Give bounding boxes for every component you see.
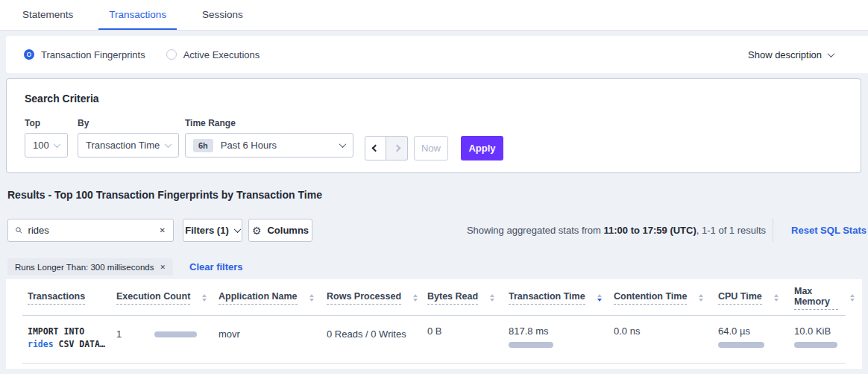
sort-icon-active-desc[interactable] [597, 294, 602, 302]
time-next-button[interactable] [386, 136, 408, 160]
show-description-toggle[interactable]: Show description [748, 49, 850, 60]
application-name-value: movr [218, 325, 327, 340]
chevron-down-icon [339, 140, 347, 148]
results-toolbar: ✕ Filters (1) ⚙ Columns Showing aggregat… [7, 219, 868, 242]
columns-button[interactable]: ⚙ Columns [248, 219, 312, 242]
sort-icon[interactable] [202, 294, 207, 302]
top-select[interactable]: 100 [25, 133, 68, 158]
time-range-value: Past 6 Hours [221, 140, 277, 151]
stats-range: 11:00 to 17:59 (UTC) [604, 225, 696, 236]
results-heading: Results - Top 100 Transaction Fingerprin… [7, 189, 322, 201]
column-header-bytes-read: Bytes Read [427, 291, 509, 305]
filters-label: Filters (1) [185, 225, 229, 236]
radio-label: Transaction Fingerprints [41, 49, 145, 60]
cell-application-name: movr [218, 325, 327, 340]
table-row: IMPORT INTO rides CSV DATA… 1 movr 0 Rea… [6, 316, 862, 364]
time-range-select[interactable]: 6h Past 6 Hours [185, 133, 353, 158]
chevron-right-icon [393, 145, 400, 152]
cell-execution-count: 1 [116, 325, 218, 340]
cell-rows-processed: 0 Reads / 0 Writes [327, 325, 427, 340]
column-header-transactions: Transactions [28, 291, 116, 305]
show-description-label: Show description [748, 49, 822, 60]
column-header-label[interactable]: Application Name [218, 291, 298, 305]
sql-rest: CSV DATA… [54, 339, 105, 349]
column-header-label[interactable]: Contention Time [614, 291, 687, 305]
by-label: By [78, 118, 179, 128]
search-input[interactable] [28, 225, 160, 236]
apply-button[interactable]: Apply [461, 136, 503, 160]
cell-cpu-time: 64.0 µs [718, 325, 794, 348]
sort-icon[interactable] [309, 294, 314, 302]
top-select-value: 100 [33, 140, 49, 151]
clear-search-icon[interactable]: ✕ [160, 226, 166, 234]
sort-icon[interactable] [699, 294, 703, 302]
column-header-label[interactable]: Rows Processed [327, 291, 401, 305]
now-button[interactable]: Now [414, 136, 448, 160]
radio-selected-icon[interactable] [24, 49, 34, 60]
cell-max-memory: 10.0 KiB [794, 325, 855, 348]
radio-transaction-fingerprints[interactable]: Transaction Fingerprints [24, 49, 145, 60]
stats-prefix: Showing aggregated stats from [467, 225, 604, 236]
results-search-box[interactable]: ✕ [7, 219, 174, 242]
filter-chip[interactable]: Runs Longer Than: 300 milliseconds ✕ [7, 258, 173, 275]
rows-processed-value: 0 Reads / 0 Writes [327, 325, 427, 340]
transaction-fingerprint-link[interactable]: IMPORT INTO rides CSV DATA… [28, 325, 116, 351]
divider [773, 219, 773, 242]
stats-suffix: , 1-1 of 1 results [696, 225, 766, 236]
cell-transaction-time: 817.8 ms [509, 325, 614, 348]
column-header-label[interactable]: Bytes Read [427, 291, 478, 305]
cpu-time-bar [718, 342, 764, 348]
column-header-label[interactable]: Max Memory [794, 286, 838, 310]
top-label: Top [25, 118, 68, 128]
aggregated-stats-text: Showing aggregated stats from 11:00 to 1… [467, 225, 766, 236]
column-header-label[interactable]: Transaction Time [509, 291, 585, 305]
column-header-label[interactable]: CPU Time [718, 291, 762, 305]
results-table: Transactions Execution Count Application… [6, 279, 862, 369]
transaction-time-value: 817.8 ms [509, 325, 614, 337]
column-header-application-name: Application Name [218, 291, 327, 305]
sort-icon[interactable] [774, 294, 779, 302]
view-toggle-bar: Transaction Fingerprints Active Executio… [6, 36, 868, 73]
search-criteria-panel: Search Criteria Top 100 By Transaction T… [6, 78, 861, 173]
search-criteria-title: Search Criteria [25, 93, 843, 105]
chevron-down-icon [233, 225, 241, 233]
by-select[interactable]: Transaction Time [78, 133, 179, 158]
sort-icon[interactable] [850, 294, 855, 302]
sort-icon[interactable] [490, 294, 494, 302]
tab-statements[interactable]: Statements [12, 0, 84, 30]
column-header-execution-count: Execution Count [116, 291, 218, 305]
remove-filter-icon[interactable]: ✕ [160, 264, 166, 271]
max-memory-value: 10.0 KiB [794, 325, 855, 337]
by-select-value: Transaction Time [86, 140, 160, 151]
execution-count-bar [154, 331, 197, 337]
radio-unselected-icon[interactable] [166, 49, 177, 60]
filter-chip-label: Runs Longer Than: 300 milliseconds [15, 263, 154, 272]
column-header-label[interactable]: Execution Count [116, 291, 190, 305]
columns-label: Columns [267, 225, 309, 236]
sql-search-match: rides [28, 339, 54, 349]
column-header-contention-time: Contention Time [614, 291, 718, 305]
max-memory-bar [794, 342, 837, 348]
column-header-cpu-time: CPU Time [718, 291, 794, 305]
time-range-field: Time Range 6h Past 6 Hours [185, 118, 353, 158]
filters-button[interactable]: Filters (1) [183, 219, 242, 242]
column-header-label[interactable]: Transactions [28, 291, 85, 305]
clear-filters-link[interactable]: Clear filters [189, 261, 243, 272]
time-nav-group [365, 136, 408, 160]
radio-active-executions[interactable]: Active Executions [166, 49, 260, 60]
sql-line-2: rides CSV DATA… [28, 338, 116, 351]
table-header-row: Transactions Execution Count Application… [6, 279, 862, 316]
radio-label: Active Executions [183, 49, 260, 60]
time-range-label: Time Range [185, 118, 353, 128]
chevron-down-icon [54, 140, 61, 148]
cpu-time-value: 64.0 µs [718, 325, 794, 337]
reset-sql-stats-link[interactable]: Reset SQL Stats [791, 225, 867, 236]
time-prev-button[interactable] [365, 136, 386, 160]
cell-bytes-read: 0 B [427, 325, 509, 337]
top-field: Top 100 [25, 118, 68, 158]
tab-sessions[interactable]: Sessions [192, 0, 254, 30]
sort-icon[interactable] [413, 294, 418, 302]
by-field: By Transaction Time [78, 118, 179, 158]
tab-transactions[interactable]: Transactions [98, 0, 177, 30]
cell-contention-time: 0.0 ns [614, 325, 718, 337]
